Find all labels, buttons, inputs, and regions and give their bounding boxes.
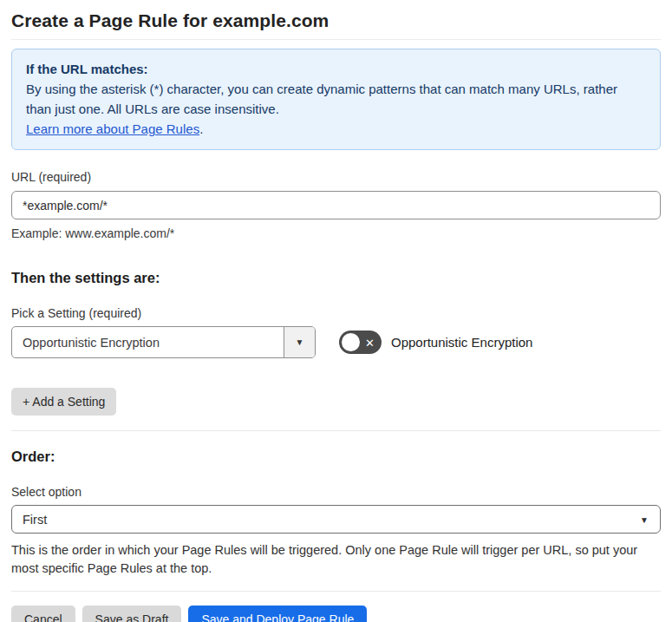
save-and-deploy-button[interactable]: Save and Deploy Page Rule: [188, 606, 367, 622]
order-section-heading: Order:: [11, 448, 661, 465]
footer-divider: [11, 591, 661, 592]
add-setting-button[interactable]: + Add a Setting: [11, 388, 116, 416]
x-icon: ✕: [365, 337, 375, 348]
footer-actions: Cancel Save as Draft Save and Deploy Pag…: [11, 606, 661, 622]
caret-down-icon: ▼: [296, 337, 304, 347]
pick-setting-label: Pick a Setting (required): [11, 306, 661, 320]
learn-more-link[interactable]: Learn more about Page Rules: [26, 121, 199, 136]
setting-picker-row: Opportunistic Encryption ▼ ✕ Opportunist…: [11, 326, 661, 358]
order-helper-text: This is the order in which your Page Rul…: [11, 541, 661, 578]
url-field-label: URL (required): [11, 170, 661, 184]
order-select[interactable]: First ▼: [11, 505, 661, 534]
toggle-knob: [342, 333, 360, 351]
cancel-button[interactable]: Cancel: [11, 606, 75, 622]
link-suffix: .: [199, 121, 203, 136]
url-example-helper: Example: www.example.com/*: [11, 226, 661, 240]
info-box-link-line: Learn more about Page Rules.: [26, 119, 646, 139]
order-select-value: First: [23, 513, 47, 527]
section-divider: [11, 430, 661, 431]
header-divider: [11, 39, 661, 40]
page-rule-form: Create a Page Rule for example.com If th…: [0, 0, 672, 622]
setting-dropdown-button[interactable]: ▼: [284, 327, 315, 357]
order-select-label: Select option: [11, 485, 661, 499]
url-match-info-box: If the URL matches: By using the asteris…: [11, 49, 661, 150]
info-box-heading: If the URL matches:: [26, 59, 646, 79]
save-as-draft-button[interactable]: Save as Draft: [82, 606, 182, 622]
page-title: Create a Page Rule for example.com: [11, 0, 661, 39]
setting-dropdown-value: Opportunistic Encryption: [12, 327, 284, 357]
setting-dropdown[interactable]: Opportunistic Encryption ▼: [11, 326, 316, 358]
toggle-label: Opportunistic Encryption: [391, 335, 532, 350]
info-box-body: By using the asterisk (*) character, you…: [26, 79, 646, 119]
settings-section-heading: Then the settings are:: [11, 270, 661, 286]
opportunistic-encryption-toggle[interactable]: ✕: [339, 331, 382, 354]
caret-down-icon: ▼: [640, 514, 649, 524]
url-input[interactable]: [11, 191, 661, 219]
